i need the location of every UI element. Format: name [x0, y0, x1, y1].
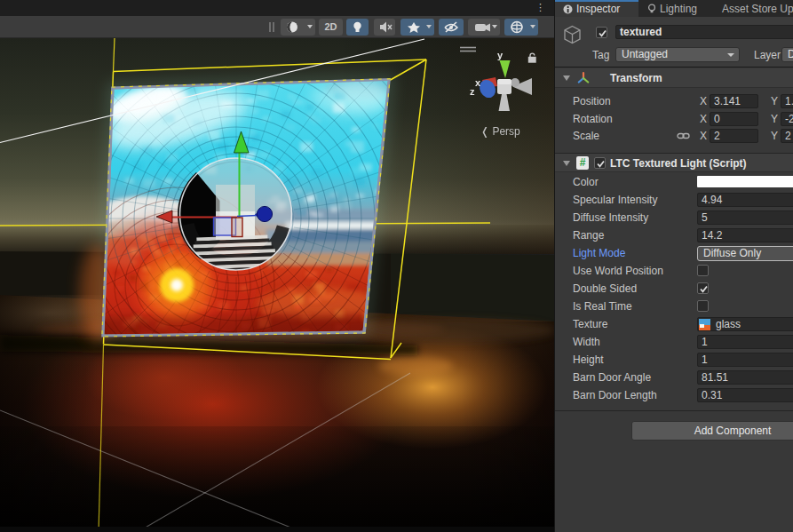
svg-text:y: y [497, 50, 504, 60]
svg-text:z: z [470, 86, 475, 97]
svg-text:x: x [475, 77, 481, 88]
svg-text:❬ Persp: ❬ Persp [480, 125, 520, 138]
